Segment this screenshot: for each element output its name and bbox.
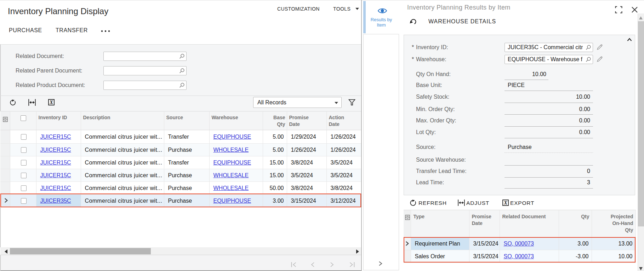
svg-text:X: X [49,99,53,105]
svg-text:X: X [503,200,508,206]
